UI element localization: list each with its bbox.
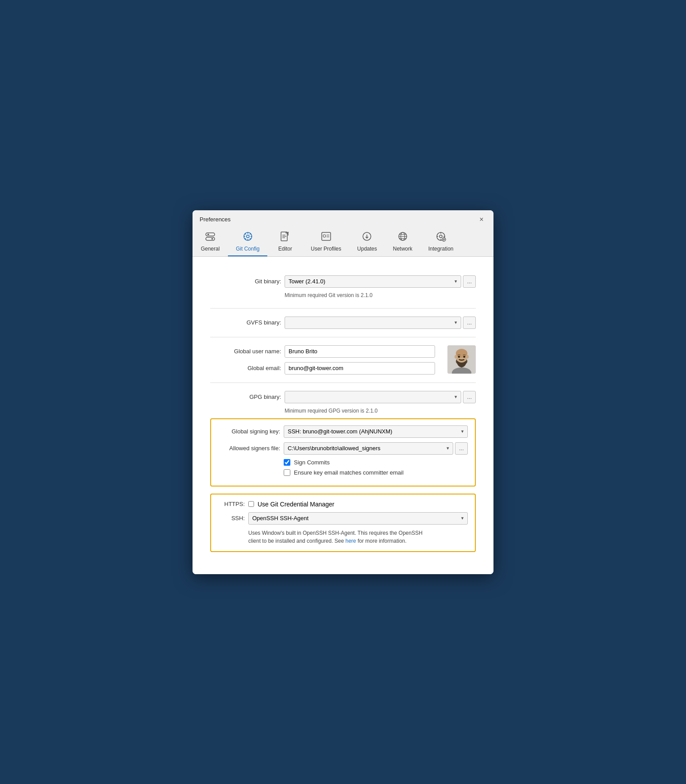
git-config-icon (242, 231, 254, 244)
ssh-select-wrapper: OpenSSH SSH-Agent ▾ (248, 512, 468, 525)
user-section: Global user name: Global email: (210, 337, 476, 383)
git-binary-hint: Minimum required Git version is 2.1.0 (285, 292, 476, 298)
svg-point-46 (466, 355, 469, 359)
https-label: HTTPS: (218, 501, 245, 507)
gpg-binary-ellipsis-button[interactable]: ... (463, 391, 476, 403)
svg-point-45 (455, 355, 457, 359)
sign-commits-row: Sign Commits (284, 459, 468, 466)
tab-general-label: General (201, 246, 220, 252)
allowed-signers-value: C:\Users\brunobrito\allowed_signers (288, 445, 381, 452)
ssh-label: SSH: (218, 515, 245, 521)
gpg-binary-row: GPG binary: ▾ ... (210, 391, 476, 403)
signing-key-value: SSH: bruno@git-tower.com (AhjNUNXM) (288, 428, 392, 435)
gpg-binary-hint: Minimum required GPG version is 2.1.0 (285, 408, 476, 414)
svg-line-12 (250, 233, 251, 234)
gvfs-binary-section: GVFS binary: ▾ ... (210, 309, 476, 337)
user-profiles-icon (320, 231, 332, 244)
tab-git-config[interactable]: Git Config (228, 228, 267, 256)
tab-user-profiles[interactable]: User Profiles (303, 228, 349, 256)
git-binary-section: Git binary: Tower (2.41.0) ▾ ... Minimum… (210, 267, 476, 309)
global-user-name-label: Global user name: (210, 348, 281, 355)
allowed-signers-ellipsis-button[interactable]: ... (455, 442, 468, 455)
svg-point-21 (323, 235, 326, 237)
svg-point-32 (439, 235, 442, 238)
gvfs-binary-ellipsis-button[interactable]: ... (463, 317, 476, 329)
ssh-info: Uses Window's built in OpenSSH SSH-Agent… (248, 529, 425, 545)
svg-line-10 (245, 233, 246, 234)
git-binary-select-wrapper: Tower (2.41.0) ▾ ... (285, 275, 476, 288)
https-credential-checkbox[interactable] (248, 501, 254, 507)
svg-line-11 (250, 238, 251, 239)
signing-key-select[interactable]: SSH: bruno@git-tower.com (AhjNUNXM) ▾ (284, 425, 468, 438)
git-binary-ellipsis-button[interactable]: ... (463, 275, 476, 288)
git-binary-value: Tower (2.41.0) (289, 278, 325, 285)
global-email-label: Global email: (210, 365, 281, 371)
ssh-value: OpenSSH SSH-Agent (252, 515, 308, 521)
integration-icon (435, 231, 447, 244)
gvfs-binary-label: GVFS binary: (210, 319, 281, 326)
ensure-key-email-checkbox[interactable] (284, 469, 290, 476)
tab-network[interactable]: Network (385, 228, 420, 256)
sign-commits-checkbox[interactable] (284, 459, 290, 466)
svg-rect-0 (206, 233, 215, 236)
tab-bar: General Git Config (193, 224, 493, 257)
tab-updates[interactable]: Updates (349, 228, 385, 256)
gvfs-binary-select-wrapper: ▾ ... (285, 317, 476, 329)
svg-point-44 (456, 349, 467, 358)
ssh-select[interactable]: OpenSSH SSH-Agent ▾ (248, 512, 468, 525)
tab-editor-label: Editor (278, 246, 292, 252)
git-binary-select[interactable]: Tower (2.41.0) ▾ (285, 275, 461, 288)
tab-editor[interactable]: Editor (267, 228, 303, 256)
ssh-row: SSH: OpenSSH SSH-Agent ▾ (218, 512, 468, 525)
svg-point-47 (458, 356, 460, 358)
ssh-info-link[interactable]: here (346, 538, 356, 544)
allowed-signers-chevron: ▾ (447, 445, 449, 451)
global-user-name-row: Global user name: (210, 345, 442, 358)
allowed-signers-label: Allowed signers file: (218, 445, 280, 452)
gpg-binary-select[interactable]: ▾ (285, 391, 461, 403)
svg-point-5 (247, 235, 249, 238)
allowed-signers-select[interactable]: C:\Users\brunobrito\allowed_signers ▾ (284, 442, 453, 455)
git-binary-chevron: ▾ (455, 278, 457, 284)
tab-user-profiles-label: User Profiles (311, 246, 341, 252)
editor-icon (279, 231, 291, 244)
gpg-binary-label: GPG binary: (210, 394, 281, 400)
updates-icon (361, 231, 373, 244)
ensure-key-email-label[interactable]: Ensure key email matches committer email (294, 469, 404, 476)
svg-rect-3 (212, 238, 213, 239)
user-fields: Global user name: Global email: (210, 345, 442, 375)
signing-key-row: Global signing key: SSH: bruno@git-tower… (218, 425, 468, 438)
global-email-row: Global email: (210, 362, 442, 375)
ssh-chevron: ▾ (461, 515, 464, 521)
sign-commits-label[interactable]: Sign Commits (294, 459, 330, 466)
window-title: Preferences (200, 216, 231, 223)
svg-line-13 (245, 238, 246, 239)
https-credential-label[interactable]: Use Git Credential Manager (258, 501, 335, 508)
preferences-window: Preferences × General (193, 210, 493, 574)
tab-integration-label: Integration (428, 246, 454, 252)
svg-point-48 (463, 356, 466, 358)
gpg-binary-chevron: ▾ (455, 394, 457, 400)
gpg-section: GPG binary: ▾ ... Minimum required GPG v… (210, 383, 476, 560)
tab-network-label: Network (393, 246, 412, 252)
network-icon (397, 231, 409, 244)
tab-general[interactable]: General (193, 228, 228, 256)
avatar (447, 345, 476, 374)
signing-key-label: Global signing key: (218, 428, 280, 435)
https-ssh-section: HTTPS: Use Git Credential Manager SSH: O… (210, 494, 476, 552)
title-bar: Preferences × (193, 210, 493, 224)
ssh-description-suffix: for more information. (358, 538, 407, 544)
tab-updates-label: Updates (357, 246, 377, 252)
global-email-input[interactable] (285, 362, 435, 375)
signing-section: Global signing key: SSH: bruno@git-tower… (210, 418, 476, 487)
content-area: Git binary: Tower (2.41.0) ▾ ... Minimum… (193, 257, 493, 574)
git-binary-label: Git binary: (210, 278, 281, 285)
close-button[interactable]: × (477, 215, 486, 224)
svg-rect-2 (206, 237, 215, 240)
gvfs-binary-select[interactable]: ▾ (285, 317, 461, 329)
allowed-signers-row: Allowed signers file: C:\Users\brunobrit… (218, 442, 468, 455)
global-user-name-input[interactable] (285, 345, 435, 358)
tab-integration[interactable]: Integration (420, 228, 462, 256)
svg-rect-1 (208, 234, 209, 235)
tab-git-config-label: Git Config (236, 246, 259, 252)
